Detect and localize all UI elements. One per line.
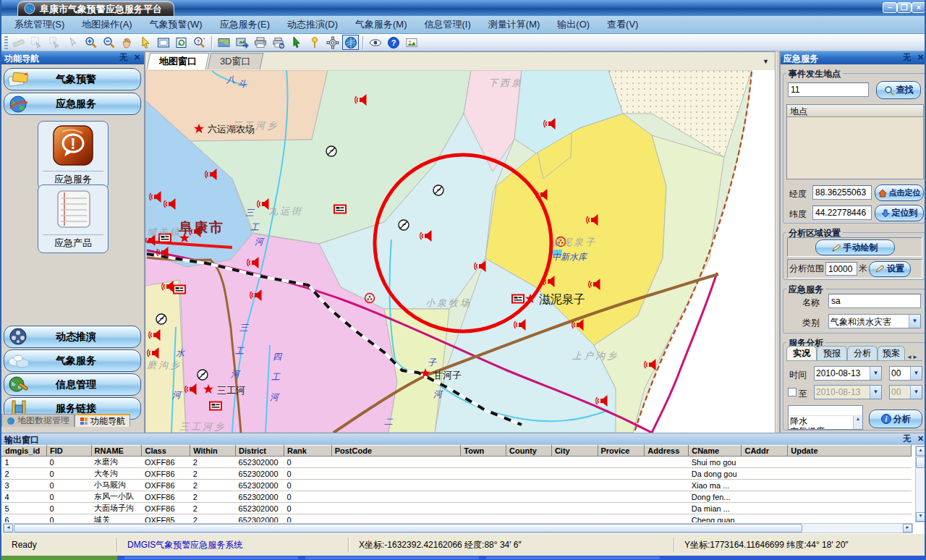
menu-item[interactable]: 气象预警(W) bbox=[141, 16, 211, 33]
toolbar-grip[interactable] bbox=[4, 36, 8, 49]
zoom-out-icon[interactable] bbox=[101, 35, 117, 50]
table-row[interactable]: 30小马厩沟OXFF8626523020000Xiao ma ... bbox=[2, 480, 912, 491]
hour-select[interactable]: 00▼ bbox=[889, 366, 922, 381]
pan-icon[interactable] bbox=[119, 35, 135, 50]
overview-map-icon[interactable] bbox=[216, 35, 232, 50]
table-row[interactable]: 40东风一小队OXFF8626523020000Dong fen... bbox=[2, 491, 912, 503]
set-range-button[interactable]: 设置 bbox=[869, 261, 911, 277]
column-header[interactable]: City bbox=[551, 446, 598, 457]
location-list[interactable]: 地点 bbox=[786, 104, 924, 179]
menu-item[interactable]: 测量计算(M) bbox=[480, 16, 549, 33]
menu-item[interactable]: 查看(V) bbox=[598, 16, 647, 33]
table-vscrollbar[interactable]: ▲ ▼ bbox=[915, 446, 926, 522]
add-image-icon[interactable] bbox=[403, 35, 420, 50]
close-icon[interactable]: ✕ bbox=[916, 434, 925, 444]
settings-icon[interactable] bbox=[324, 35, 341, 50]
select-pointer-icon[interactable] bbox=[64, 35, 81, 50]
menu-item[interactable]: 地图操作(A) bbox=[73, 16, 140, 33]
restore-button[interactable]: ❐ bbox=[897, 2, 912, 13]
lon-input[interactable] bbox=[812, 185, 872, 200]
location-list-body[interactable] bbox=[787, 117, 923, 179]
nav-group-dynamic-deduction[interactable]: 动态推演 bbox=[4, 326, 141, 348]
table-row[interactable]: 50大面场子沟OXFF8626523020000Da mian ... bbox=[2, 503, 912, 514]
nav-group-weather-warning[interactable]: 气象预警 bbox=[4, 68, 141, 90]
column-header[interactable]: Rank bbox=[284, 446, 331, 457]
pointer-icon[interactable] bbox=[137, 35, 153, 50]
close-icon[interactable]: ✕ bbox=[916, 53, 925, 62]
location-list-header[interactable]: 地点 bbox=[787, 105, 923, 117]
column-header[interactable]: County bbox=[506, 446, 552, 457]
scroll-left-icon[interactable]: ◄ bbox=[4, 524, 13, 533]
hscroll-thumb[interactable] bbox=[14, 524, 802, 533]
pin-icon[interactable]: 无 bbox=[902, 434, 912, 444]
menu-item[interactable]: 信息管理(I) bbox=[416, 16, 480, 33]
tab-3d-view[interactable]: 3D窗口 bbox=[208, 53, 264, 69]
full-extent-icon[interactable] bbox=[155, 35, 171, 50]
column-header[interactable]: Within bbox=[190, 446, 236, 457]
location-search-input[interactable] bbox=[788, 82, 869, 97]
scroll-down-icon[interactable]: ▼ bbox=[916, 512, 925, 522]
measure-icon[interactable] bbox=[10, 35, 27, 50]
select-move-icon[interactable] bbox=[46, 35, 63, 50]
tab-live[interactable]: 实况 bbox=[786, 346, 817, 360]
globe-service-icon[interactable] bbox=[342, 35, 359, 50]
export-map-icon[interactable] bbox=[234, 35, 250, 50]
date-to-select[interactable]: 2010-08-13▼ bbox=[814, 385, 882, 399]
dropdown-icon[interactable]: ▼ bbox=[909, 315, 920, 328]
column-header[interactable]: District bbox=[236, 446, 284, 457]
menu-item[interactable]: 应急服务(E) bbox=[211, 16, 279, 33]
tab-plan[interactable]: 预案 bbox=[878, 346, 905, 360]
select-box-icon[interactable] bbox=[28, 35, 45, 50]
close-icon[interactable]: ✕ bbox=[132, 53, 142, 62]
zoom-in-icon[interactable] bbox=[82, 35, 99, 50]
range-input[interactable] bbox=[825, 262, 857, 276]
date-select[interactable]: 2010-08-13▼ bbox=[814, 366, 882, 381]
service-type-select[interactable]: 气象和洪水灾害▼ bbox=[828, 314, 921, 328]
hour-to-select[interactable]: 00▼ bbox=[889, 385, 922, 399]
tab-analysis[interactable]: 分析 bbox=[847, 346, 878, 360]
to-checkbox[interactable] bbox=[788, 388, 797, 396]
tab-forecast[interactable]: 预报 bbox=[817, 346, 847, 360]
print-icon[interactable] bbox=[252, 35, 268, 50]
column-header[interactable]: dmgis_id bbox=[2, 446, 47, 457]
visibility-icon[interactable] bbox=[367, 35, 383, 50]
tab-function-nav[interactable]: 功能导航 bbox=[75, 414, 130, 427]
goto-button[interactable]: 定位到 bbox=[875, 205, 924, 221]
menu-item[interactable]: 输出(O) bbox=[548, 16, 598, 33]
table-row[interactable]: 10水磨沟OXFF8626523020000Shui mo gou bbox=[2, 457, 912, 468]
result-table[interactable]: dmgis_idFIDRNAMEClassWithinDistrictRankP… bbox=[1, 445, 912, 522]
scroll-up-icon[interactable]: ▲ bbox=[916, 446, 925, 456]
select-feature-icon[interactable] bbox=[288, 35, 305, 50]
map-tab-dropdown-icon[interactable]: ▼ bbox=[763, 58, 769, 65]
menu-item[interactable]: 系统管理(S) bbox=[6, 16, 73, 33]
scroll-right-icon[interactable]: ► bbox=[903, 524, 912, 533]
tab-scroll-right-icon[interactable]: ► bbox=[912, 354, 918, 360]
help-icon[interactable]: ? bbox=[385, 35, 402, 50]
column-header[interactable]: Provice bbox=[598, 446, 645, 457]
pin-icon[interactable]: 无 bbox=[119, 53, 128, 62]
column-header[interactable]: FID bbox=[46, 446, 91, 457]
nav-group-weather-service[interactable]: 气象服务 bbox=[4, 349, 141, 372]
nav-group-info-management[interactable]: 信息管理 bbox=[4, 373, 141, 396]
placemark-icon[interactable] bbox=[306, 35, 323, 50]
menu-item[interactable]: 动态推演(D) bbox=[279, 16, 347, 33]
column-header[interactable]: Town bbox=[461, 446, 506, 457]
table-row[interactable]: 20大冬沟OXFF8626523020000Da dong gou bbox=[2, 468, 912, 480]
menu-item[interactable]: 气象服务(M) bbox=[347, 16, 416, 33]
column-header[interactable]: Class bbox=[142, 446, 190, 457]
lat-input[interactable] bbox=[812, 205, 872, 220]
vscroll-thumb[interactable] bbox=[916, 457, 925, 468]
refresh-icon[interactable] bbox=[173, 35, 190, 50]
list-item[interactable]: 空气温度 bbox=[790, 426, 862, 430]
column-header[interactable]: RNAME bbox=[91, 446, 142, 457]
analyze-button[interactable]: i 分析 bbox=[869, 410, 922, 428]
nav-group-emergency-service[interactable]: 应急服务 bbox=[4, 93, 141, 115]
print-preview-icon[interactable] bbox=[270, 35, 286, 50]
element-listbox[interactable]: 降水空气温度 ▲ bbox=[788, 405, 863, 430]
service-name-input[interactable] bbox=[828, 294, 921, 308]
column-header[interactable]: Address bbox=[645, 446, 689, 457]
tool-emergency-product[interactable]: 应急产品 bbox=[38, 184, 109, 253]
list-item[interactable]: 降水 bbox=[790, 416, 862, 426]
listbox-scrollbar[interactable]: ▲ bbox=[853, 416, 862, 429]
identify-icon[interactable]: ? bbox=[191, 35, 208, 50]
